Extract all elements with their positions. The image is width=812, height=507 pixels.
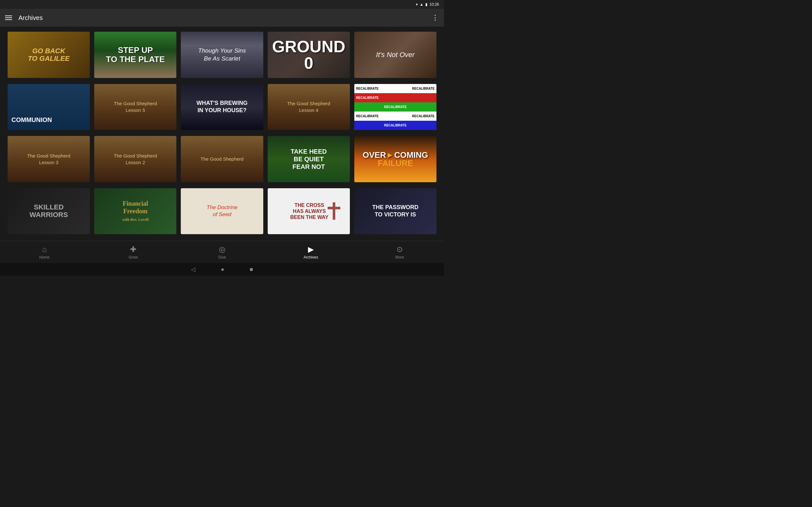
recal-text: RECALIBRATE <box>412 114 435 118</box>
recal-text: RECALIBRATE <box>356 87 379 90</box>
recal-row-blue: RECALIBRATE <box>354 121 437 130</box>
card-title: It's Not Over <box>357 51 434 59</box>
card-title: FinancialFreedomwith Rev. Lovell <box>97 200 174 222</box>
card-shepherd2[interactable]: The Good ShepherdLesson 2 <box>94 136 176 182</box>
nav-item-archives[interactable]: ▶ Archives <box>298 245 323 260</box>
wifi-icon: ▾ <box>416 2 418 7</box>
nav-label-give: Give <box>218 255 226 260</box>
card-step-up[interactable]: STEP UPTO THE PLATE <box>94 32 176 78</box>
recent-button[interactable]: ■ <box>250 266 253 273</box>
card-not-over[interactable]: It's Not Over <box>354 32 437 78</box>
card-financial[interactable]: FinancialFreedomwith Rev. Lovell <box>94 188 176 234</box>
card-overcoming[interactable]: OVER►COMING FAILURE <box>354 136 437 182</box>
card-title: The Good Shepherd <box>183 156 260 162</box>
card-brewing[interactable]: WHAT'S BREWINGIN YOUR HOUSE? <box>181 84 263 130</box>
recal-text: RECALIBRATE <box>384 105 407 109</box>
card-title: The Good ShepherdLesson 2 <box>97 153 174 166</box>
nav-item-more[interactable]: ⊙ More <box>387 245 412 260</box>
card-title: The Good ShepherdLesson 4 <box>270 100 347 113</box>
card-shepherd4[interactable]: The Good ShepherdLesson 4 <box>268 84 350 130</box>
card-sins[interactable]: Though Your SinsBe As Scarlet <box>181 32 263 78</box>
hamburger-line <box>5 15 12 16</box>
hamburger-line <box>5 19 12 20</box>
top-bar-left: Archives <box>5 14 43 21</box>
card-shepherd5[interactable]: The Good ShepherdLesson 5 <box>94 84 176 130</box>
signal-icon: ▲ <box>420 2 423 7</box>
card-title-over: OVER►COMING <box>357 151 434 159</box>
card-title: SKILLEDWARRIORS <box>10 204 87 219</box>
nav-bar: ⌂ Home ✚ Grow ◎ Give ▶ Archives ⊙ More <box>0 241 444 263</box>
recal-text: RECALIBRATE <box>356 114 379 118</box>
card-title: The Good ShepherdLesson 5 <box>97 100 174 113</box>
nav-item-home[interactable]: ⌂ Home <box>32 245 57 260</box>
time-display: 10:26 <box>429 2 439 7</box>
battery-icon: ▮ <box>425 2 427 7</box>
card-shepherd[interactable]: The Good Shepherd <box>181 136 263 182</box>
system-nav: ◁ ● ■ <box>0 263 444 276</box>
card-recalibrate[interactable]: RECALIBRATE RECALIBRATE RECALIBRATE RECA… <box>354 84 437 130</box>
media-grid: GO BACKTO GALILEE STEP UPTO THE PLATE Th… <box>0 26 444 241</box>
card-take-heed[interactable]: TAKE HEEDBE QUIETFEAR NOT <box>268 136 350 182</box>
cross-shape <box>328 203 340 220</box>
card-shepherd3[interactable]: The Good ShepherdLesson 3 <box>8 136 90 182</box>
nav-label-archives: Archives <box>304 255 318 260</box>
recal-text: RECALIBRATE <box>384 124 407 127</box>
archives-icon: ▶ <box>308 245 314 254</box>
status-icons: ▾ ▲ ▮ 10:26 <box>416 2 439 7</box>
card-title: The Doctrineof Seed <box>183 204 260 218</box>
card-title: Though Your SinsBe As Scarlet <box>183 47 260 62</box>
card-cross[interactable]: THE CROSSHAS ALWAYSBEEN THE WAY <box>268 188 350 234</box>
status-bar: ▾ ▲ ▮ 10:26 <box>0 0 444 9</box>
card-title-failure: FAILURE <box>357 159 434 167</box>
card-ground[interactable]: GROUND0 <box>268 32 350 78</box>
nav-label-home: Home <box>39 255 49 260</box>
grow-icon: ✚ <box>130 245 136 254</box>
give-icon: ◎ <box>219 245 225 254</box>
card-title: TAKE HEEDBE QUIETFEAR NOT <box>270 148 347 170</box>
recal-text: RECALIBRATE <box>356 96 379 100</box>
more-options-button[interactable]: ⋮ <box>432 14 439 22</box>
card-title: STEP UPTO THE PLATE <box>97 46 174 64</box>
recal-row-white2: RECALIBRATE RECALIBRATE <box>354 112 437 121</box>
card-skilled[interactable]: SKILLEDWARRIORS <box>8 188 90 234</box>
card-title: THE PASSWORDTO VICTORY IS <box>357 204 434 219</box>
recal-row-green: RECALIBRATE <box>354 102 437 112</box>
recal-row-red: RECALIBRATE <box>354 93 437 102</box>
card-communion[interactable]: COMMUNION <box>8 84 90 130</box>
card-doctrine[interactable]: The Doctrineof Seed <box>181 188 263 234</box>
recal-row-white: RECALIBRATE RECALIBRATE <box>354 84 437 93</box>
nav-label-grow: Grow <box>129 255 138 260</box>
card-title: GROUND0 <box>270 38 347 71</box>
card-title: The Good ShepherdLesson 3 <box>10 153 87 166</box>
home-icon: ⌂ <box>42 245 47 254</box>
recal-text: RECALIBRATE <box>412 87 435 90</box>
card-title: WHAT'S BREWINGIN YOUR HOUSE? <box>183 100 260 114</box>
card-go-back[interactable]: GO BACKTO GALILEE <box>8 32 90 78</box>
more-icon: ⊙ <box>397 245 403 254</box>
home-button[interactable]: ● <box>221 266 224 273</box>
hamburger-line <box>5 17 12 18</box>
top-bar: Archives ⋮ <box>0 9 444 26</box>
nav-item-give[interactable]: ◎ Give <box>209 245 235 260</box>
recalibrate-content: RECALIBRATE RECALIBRATE RECALIBRATE RECA… <box>354 84 437 130</box>
hamburger-menu[interactable] <box>5 15 12 20</box>
page-title: Archives <box>18 14 43 21</box>
nav-label-more: More <box>395 255 404 260</box>
card-title: GO BACKTO GALILEE <box>10 47 87 62</box>
nav-item-grow[interactable]: ✚ Grow <box>120 245 146 260</box>
back-button[interactable]: ◁ <box>191 266 195 273</box>
card-password[interactable]: THE PASSWORDTO VICTORY IS <box>354 188 437 234</box>
card-title: COMMUNION <box>11 116 52 124</box>
